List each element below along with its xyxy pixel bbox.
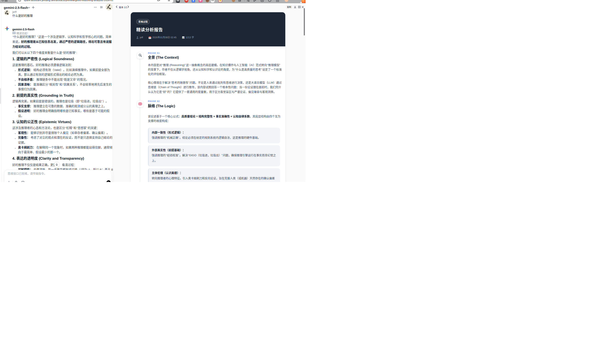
svg-text:17: 17: [149, 37, 151, 39]
